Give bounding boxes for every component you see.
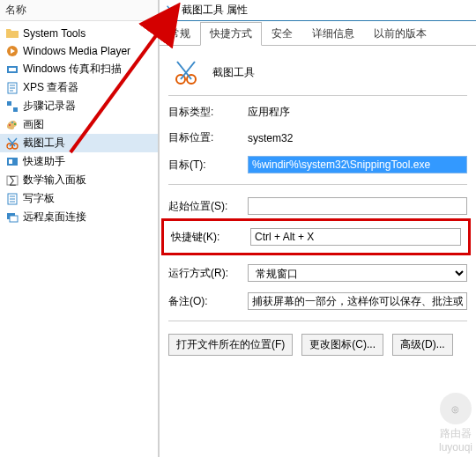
xps-icon (5, 81, 19, 95)
tab-快捷方式[interactable]: 快捷方式 (200, 22, 262, 46)
tree-item-label: Windows 传真和扫描 (23, 62, 122, 77)
tree-item-steps[interactable]: 步骤记录器 (0, 97, 158, 115)
svg-rect-4 (7, 101, 11, 106)
math-icon: ∑ (5, 173, 19, 188)
svg-point-6 (9, 124, 11, 126)
tree-item-folder[interactable]: System Tools (0, 25, 158, 42)
label-comment: 备注(O): (168, 294, 248, 309)
svg-point-7 (11, 122, 13, 123)
target-input[interactable] (248, 156, 467, 173)
svg-point-8 (14, 123, 16, 125)
tree-list: System ToolsWindows Media PlayerWindows … (0, 21, 158, 230)
advanced-button[interactable]: 高级(D)... (392, 334, 453, 356)
row-target: 目标(T): (168, 156, 467, 173)
tree-item-label: 截图工具 (23, 136, 65, 151)
tree-item-fax[interactable]: Windows 传真和扫描 (0, 60, 158, 78)
shortcut-key-input[interactable] (250, 228, 461, 246)
snipping-tool-icon (172, 58, 200, 86)
tree-item-label: XPS 查看器 (23, 80, 78, 95)
tree-item-label: 画图 (23, 117, 44, 132)
svg-rect-17 (10, 216, 18, 222)
window-title: 截图工具 属性 (182, 3, 248, 18)
run-select[interactable]: 常规窗口 (248, 264, 467, 282)
value-target-location: system32 (248, 132, 293, 144)
steps-icon (5, 100, 19, 114)
highlight-box: 快捷键(K): (161, 218, 471, 255)
tree-item-label: System Tools (23, 27, 86, 40)
label-target-type: 目标类型: (168, 105, 248, 120)
folder-icon (5, 26, 19, 41)
value-target-type: 应用程序 (248, 105, 290, 120)
wmp-icon (5, 44, 19, 58)
column-header-name[interactable]: 名称 (0, 0, 158, 21)
svg-rect-2 (9, 68, 16, 71)
tree-item-label: 快速助手 (23, 154, 65, 169)
tree-item-xps[interactable]: XPS 查看器 (0, 78, 158, 97)
tree-item-assist[interactable]: 快速助手 (0, 152, 158, 171)
wordpad-icon (5, 192, 19, 206)
header-block (168, 58, 467, 96)
tree-item-label: 远程桌面连接 (23, 210, 86, 225)
label-shortcut-key: 快捷键(K): (171, 230, 250, 245)
comment-input[interactable] (248, 292, 467, 310)
tab-shortcut-body: 目标类型: 应用程序 目标位置: system32 目标(T): 起始位置(S)… (160, 46, 476, 457)
svg-rect-12 (9, 159, 12, 164)
title-bar: 截图工具 属性 (160, 0, 476, 21)
app-name-field[interactable] (212, 66, 467, 78)
row-shortcut-key: 快捷键(K): (171, 228, 461, 246)
row-start-in: 起始位置(S): (168, 197, 467, 215)
tab-以前的版本[interactable]: 以前的版本 (364, 22, 436, 46)
tree-item-label: Windows Media Player (23, 45, 130, 57)
label-target: 目标(T): (168, 158, 248, 173)
tree-item-label: 写字板 (23, 191, 55, 206)
row-target-type: 目标类型: 应用程序 (168, 105, 467, 120)
tree-item-paint[interactable]: 画图 (0, 115, 158, 134)
tab-详细信息[interactable]: 详细信息 (302, 22, 364, 46)
properties-window: 截图工具 属性 常规快捷方式安全详细信息以前的版本 目标类型: 应用程序 目标位… (159, 0, 476, 457)
explorer-panel: 名称 System ToolsWindows Media PlayerWindo… (0, 0, 159, 457)
rdp-icon (5, 210, 19, 225)
tree-item-rdp[interactable]: 远程桌面连接 (0, 208, 158, 226)
tab-常规[interactable]: 常规 (160, 22, 200, 46)
assist-icon (5, 155, 19, 169)
tree-item-math[interactable]: ∑数学输入面板 (0, 171, 158, 189)
tree-item-snip[interactable]: 截图工具 (0, 134, 158, 152)
start-in-input[interactable] (248, 197, 467, 215)
svg-rect-5 (13, 107, 18, 112)
label-run: 运行方式(R): (168, 266, 248, 281)
fax-icon (5, 63, 19, 77)
row-run: 运行方式(R): 常规窗口 (168, 264, 467, 282)
svg-text:∑: ∑ (9, 173, 17, 186)
button-row: 打开文件所在的位置(F) 更改图标(C)... 高级(D)... (168, 321, 467, 356)
tree-item-wmp[interactable]: Windows Media Player (0, 42, 158, 60)
label-start-in: 起始位置(S): (168, 199, 248, 214)
change-icon-button[interactable]: 更改图标(C)... (301, 334, 383, 356)
paint-icon (5, 118, 19, 132)
label-target-location: 目标位置: (168, 130, 248, 145)
tree-item-label: 步骤记录器 (23, 99, 76, 114)
tabs-bar: 常规快捷方式安全详细信息以前的版本 (160, 21, 476, 46)
divider (168, 184, 467, 185)
tab-安全[interactable]: 安全 (262, 22, 302, 46)
open-file-location-button[interactable]: 打开文件所在的位置(F) (168, 334, 293, 356)
snipping-tool-icon (165, 4, 177, 17)
row-comment: 备注(O): (168, 292, 467, 310)
row-target-location: 目标位置: system32 (168, 130, 467, 145)
tree-item-wordpad[interactable]: 写字板 (0, 189, 158, 208)
tree-item-label: 数学输入面板 (23, 173, 86, 188)
snip-icon (5, 136, 19, 151)
